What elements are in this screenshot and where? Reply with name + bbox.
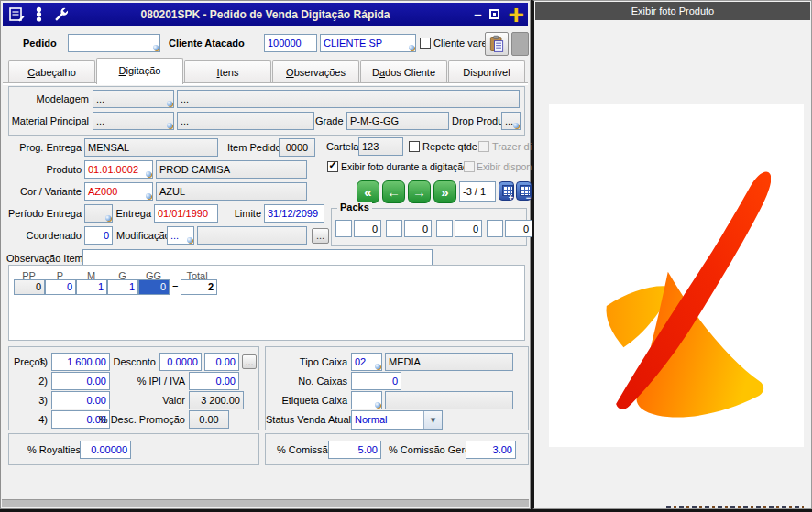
royalties-input[interactable]: 0.00000 [80, 441, 131, 459]
grid-plus-icon[interactable]: + [499, 181, 514, 201]
preco2-input[interactable]: 0.00 [51, 372, 110, 390]
tab-itens[interactable]: Itens [184, 60, 271, 83]
trazer-disponivel-checkbox[interactable] [478, 141, 489, 152]
ipi-iva-label: % IPI / IVA [119, 372, 185, 390]
item-pedido-input[interactable]: 0000 [279, 138, 315, 157]
tipo-caixa-code-input[interactable]: 02 [351, 353, 382, 371]
valor-input[interactable]: 3 200.00 [189, 391, 244, 409]
comissao-label: % Comissão [277, 441, 334, 459]
material-label: Material Principal [8, 112, 89, 130]
pack-code-input[interactable] [335, 220, 352, 237]
size-qty-p[interactable]: 0 [45, 279, 76, 295]
desc-promocao-input[interactable]: 0.00 [189, 410, 229, 429]
preco2-label: 2) [33, 372, 48, 390]
pack-qty-input[interactable]: 0 [404, 220, 432, 237]
cor-desc-input[interactable]: AZUL [156, 182, 307, 201]
coordenado-label: Coordenado [8, 226, 82, 245]
chevron-down-icon[interactable]: ▾ [423, 411, 442, 429]
size-qty-pp[interactable]: 0 [14, 279, 45, 295]
material-desc-input[interactable]: ... [177, 112, 314, 130]
cliente-atacado-label: Cliente Atacado [169, 34, 245, 52]
restore-button[interactable] [489, 9, 499, 19]
desc-promocao-label: % Desc. Promoção [97, 410, 185, 429]
etiqueta-caixa-desc-input[interactable] [385, 391, 513, 409]
cartela-label: Cartela [326, 137, 358, 156]
clipped-text-bottom [666, 506, 804, 508]
tab-disponivel[interactable]: Disponível [448, 60, 525, 83]
prog-entrega-input[interactable]: MENSAL [84, 138, 218, 157]
modificacao-code-input[interactable]: ... [167, 226, 194, 245]
pack-qty-input[interactable]: 0 [354, 220, 381, 237]
cliente-name-input[interactable]: CLIENTE SP [320, 34, 416, 52]
preco3-input[interactable]: 0.00 [51, 391, 110, 409]
comissao-groupbox: % Comissão 5.00 % Comissão Gerente 3.00 [265, 433, 529, 465]
size-qty-g[interactable]: 1 [107, 279, 138, 295]
nav-position-input[interactable]: -3 / 1 [459, 181, 496, 202]
item-pedido-label: Item Pedido [227, 138, 281, 157]
tab-cabecalho[interactable]: Cabeçalho [8, 60, 95, 83]
periodo-entrega-input[interactable] [84, 204, 113, 223]
nav-first-button[interactable]: « [357, 180, 379, 203]
modificacao-more-button[interactable]: ... [312, 228, 329, 244]
modificacao-desc-input[interactable] [197, 226, 307, 245]
exibir-disponivel-checkbox[interactable] [464, 161, 475, 172]
nav-prev-button[interactable]: ← [382, 180, 405, 203]
tipo-caixa-desc-input[interactable]: MEDIA [385, 353, 513, 371]
minimize-button[interactable]: – [474, 10, 481, 19]
produto-desc-input[interactable]: PROD CAMISA [156, 160, 307, 179]
entrega-input[interactable]: 01/01/1990 [154, 204, 218, 223]
tab-dados-cliente[interactable]: Dados Cliente [360, 60, 447, 83]
etiqueta-caixa-label: Etiqueta Caixa [266, 391, 347, 409]
pack-qty-input[interactable]: 0 [455, 220, 482, 237]
window-title: 080201SPK - Pedido de Venda Digitação Rá… [3, 8, 528, 21]
titlebar: 080201SPK - Pedido de Venda Digitação Rá… [3, 3, 528, 26]
no-caixas-input[interactable]: 0 [351, 372, 401, 390]
comissao-gerente-input[interactable]: 3.00 [466, 441, 516, 459]
tab-digitacao[interactable]: Digitação [96, 58, 183, 84]
produto-code-input[interactable]: 01.01.0002 [84, 160, 153, 179]
drop-produto-input[interactable]: ... [501, 112, 521, 130]
grade-input[interactable]: P-M-G-GG [346, 112, 449, 130]
prog-entrega-label: Prog. Entrega [8, 138, 82, 157]
desconto-pct-input[interactable]: 0.0000 [159, 353, 202, 371]
pack-code-input[interactable] [487, 220, 503, 237]
comissao-input[interactable]: 5.00 [328, 441, 381, 459]
blank-button[interactable] [511, 32, 529, 56]
cartela-input[interactable]: 123 [358, 137, 403, 156]
size-qty-m[interactable]: 1 [76, 279, 107, 295]
modelagem-desc-input[interactable]: ... [177, 90, 520, 108]
clipboard-icon [488, 35, 506, 53]
desconto-more-button[interactable]: ... [242, 354, 257, 369]
status-venda-select[interactable]: Normal ▾ [351, 410, 443, 430]
coordenado-input[interactable]: 0 [84, 226, 113, 245]
nav-next-button[interactable]: → [408, 180, 431, 203]
desconto-valor-input[interactable]: 0.00 [204, 353, 239, 371]
grid-minus-icon[interactable]: − [516, 181, 532, 201]
pack-qty-input[interactable]: 0 [505, 220, 532, 237]
cor-code-input[interactable]: AZ000 [84, 182, 153, 201]
periodo-entrega-label: Período Entrega [8, 204, 82, 223]
tab-observacoes[interactable]: Observações [272, 60, 359, 83]
preco1-label: 1) [33, 353, 48, 371]
size-qty-gg[interactable]: 0 [138, 279, 170, 295]
ipi-iva-input[interactable]: 0.00 [189, 372, 239, 390]
preco1-input[interactable]: 1 600.00 [51, 353, 110, 371]
nav-last-button[interactable]: » [433, 180, 456, 203]
limite-input[interactable]: 31/12/2099 [264, 204, 324, 223]
modelagem-code-input[interactable]: ... [93, 90, 174, 108]
pack-code-input[interactable] [436, 220, 453, 237]
pedido-input[interactable] [68, 34, 160, 52]
status-venda-value: Normal [355, 411, 387, 429]
clipboard-button[interactable] [485, 32, 509, 56]
cliente-varejo-checkbox[interactable] [420, 38, 431, 49]
close-button[interactable]: + [508, 5, 524, 25]
material-code-input[interactable]: ... [93, 112, 174, 130]
repete-qtde-checkbox[interactable] [409, 141, 420, 152]
etiqueta-caixa-code-input[interactable] [351, 391, 382, 409]
cliente-code-input[interactable]: 100000 [264, 34, 317, 52]
status-venda-label: Status Venda Atual [266, 410, 347, 429]
preco3-label: 3) [33, 391, 48, 409]
entrega-label: Entrega [115, 204, 151, 223]
pack-code-input[interactable] [386, 220, 402, 237]
exibir-foto-checkbox[interactable]: ✓ [327, 161, 338, 172]
